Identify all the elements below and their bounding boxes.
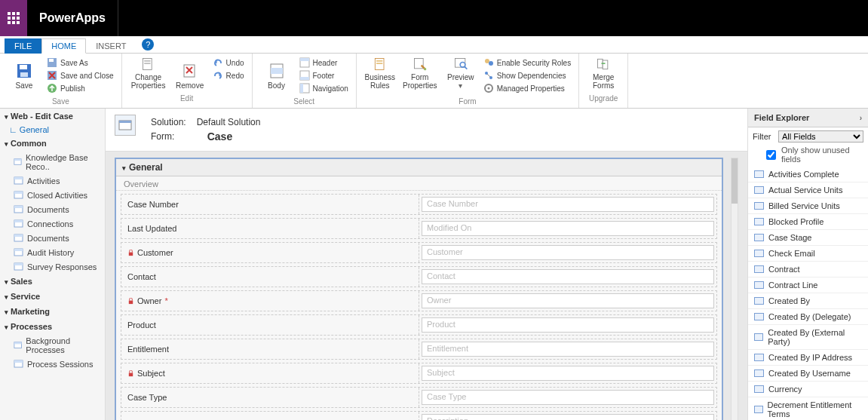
change-props-button[interactable]: Change Properties xyxy=(127,55,170,91)
field-explorer-item[interactable]: Created By (External Party) xyxy=(748,325,868,350)
field-item-label: Check Email xyxy=(768,249,815,258)
properties-icon xyxy=(140,57,158,72)
nav-general-link[interactable]: ∟ General xyxy=(0,124,105,136)
field-label: Owner xyxy=(137,296,161,305)
scrollbar-thumb[interactable] xyxy=(732,158,738,204)
field-label: Product xyxy=(127,320,156,330)
svg-point-23 xyxy=(424,68,426,70)
remove-button[interactable]: Remove xyxy=(170,55,210,91)
field-explorer-item[interactable]: Case Stage xyxy=(748,230,868,246)
form-field-row[interactable]: Case Type Case Type xyxy=(121,387,717,408)
field-explorer-item[interactable]: Decrement Entitlement Terms xyxy=(748,397,868,420)
nav-group-processes[interactable]: Processes xyxy=(0,319,105,334)
help-icon[interactable]: ? xyxy=(142,38,154,51)
field-explorer-item[interactable]: Billed Service Units xyxy=(748,198,868,214)
header-button[interactable]: Header xyxy=(298,57,350,69)
filter-select[interactable]: All Fields xyxy=(778,130,863,143)
security-roles-button[interactable]: Enable Security Roles xyxy=(482,57,572,69)
form-field-row[interactable]: Subject Subject xyxy=(121,363,717,384)
field-icon xyxy=(754,369,764,377)
nav-item[interactable]: Background Processes xyxy=(0,334,105,357)
preview-button[interactable]: Preview ▾ xyxy=(441,55,480,91)
app-launcher-button[interactable] xyxy=(0,0,27,36)
svg-rect-49 xyxy=(14,263,23,265)
tab-home[interactable]: HOME xyxy=(41,38,86,54)
field-explorer-item[interactable]: Actual Service Units xyxy=(748,182,868,198)
form-field-row[interactable]: Entitlement Entitlement xyxy=(121,339,717,360)
tab-file[interactable]: FILE xyxy=(5,38,41,54)
header-icon xyxy=(299,57,310,68)
redo-button[interactable]: Redo xyxy=(211,69,246,81)
save-close-button[interactable]: Save and Close xyxy=(45,69,115,81)
form-field-row[interactable]: Owner *Owner xyxy=(121,290,717,311)
show-deps-button[interactable]: Show Dependencies xyxy=(482,69,572,81)
field-explorer-item[interactable]: Created By (Delegate) xyxy=(748,309,868,325)
publish-button[interactable]: Publish xyxy=(45,82,115,94)
field-label: Entitlement xyxy=(127,345,169,354)
nav-item[interactable]: Documents xyxy=(0,231,105,245)
form-field-row[interactable]: Case Number Case Number xyxy=(121,194,717,215)
field-explorer-item[interactable]: Created By IP Address xyxy=(748,350,868,366)
field-explorer-item[interactable]: Activities Complete xyxy=(748,167,868,182)
form-field-row[interactable]: Contact Contact xyxy=(121,266,717,287)
nav-group-sales[interactable]: Sales xyxy=(0,274,105,289)
nav-group-common[interactable]: Common xyxy=(0,136,105,151)
form-canvas[interactable]: General Overview Case Number Case Number… xyxy=(115,158,723,420)
svg-rect-14 xyxy=(300,58,309,61)
nav-item[interactable]: Survey Responses xyxy=(0,259,105,274)
only-unused-checkbox[interactable] xyxy=(766,150,776,160)
undo-button[interactable]: Undo xyxy=(211,57,246,69)
field-explorer-item[interactable]: Created By xyxy=(748,293,868,309)
form-field-row[interactable]: Customer Customer xyxy=(121,242,717,263)
required-marker: * xyxy=(164,296,167,305)
section-general[interactable]: General xyxy=(116,159,722,176)
nav-group-marketing[interactable]: Marketing xyxy=(0,304,105,319)
nav-item[interactable]: Audit History xyxy=(0,245,105,259)
svg-rect-20 xyxy=(376,60,382,62)
field-icon xyxy=(754,281,764,289)
navigation-button[interactable]: Navigation xyxy=(298,82,350,94)
merge-forms-button[interactable]: Merge Forms xyxy=(584,55,623,91)
nav-group-service[interactable]: Service xyxy=(0,289,105,304)
managed-props-button[interactable]: Managed Properties xyxy=(482,82,572,94)
svg-rect-58 xyxy=(129,372,133,376)
waffle-icon xyxy=(8,12,20,24)
nav-top-group[interactable]: Web - Edit Case xyxy=(0,109,105,124)
chevron-right-icon[interactable]: › xyxy=(860,114,862,122)
nav-item[interactable]: Knowledge Base Reco.. xyxy=(0,151,105,173)
save-as-button[interactable]: Save As xyxy=(45,57,115,69)
redo-icon xyxy=(213,70,223,81)
field-item-label: Contract Line xyxy=(768,281,817,290)
ribbon-group-edit: Edit xyxy=(127,93,247,105)
field-explorer-item[interactable]: Contract Line xyxy=(748,277,868,293)
tab-insert[interactable]: INSERT xyxy=(86,38,136,54)
nav-item[interactable]: Activities xyxy=(0,173,105,188)
save-icon xyxy=(15,62,33,80)
canvas-scrollbar[interactable] xyxy=(731,158,738,420)
field-explorer-item[interactable]: Currency xyxy=(748,382,868,397)
field-placeholder: Modified On xyxy=(422,221,714,236)
form-field-row[interactable]: Last Updated Modified On xyxy=(121,218,717,239)
save-button[interactable]: Save xyxy=(5,55,44,91)
nav-item[interactable]: Process Sessions xyxy=(0,357,105,371)
nav-item[interactable]: Documents xyxy=(0,202,105,216)
nav-item[interactable]: Closed Activities xyxy=(0,188,105,202)
field-explorer-item[interactable]: Check Email xyxy=(748,246,868,262)
field-item-label: Created By (External Party) xyxy=(768,328,862,346)
form-field-row[interactable]: Description Description xyxy=(121,411,717,420)
nav-item-label: Activities xyxy=(27,176,60,185)
form-properties-button[interactable]: Form Properties xyxy=(399,55,441,91)
lock-icon xyxy=(127,298,134,305)
managed-icon xyxy=(483,83,494,94)
navigation-icon xyxy=(299,83,310,94)
field-explorer-item[interactable]: Created By Username xyxy=(748,366,868,382)
body-button[interactable]: Body xyxy=(257,55,296,91)
field-explorer-item[interactable]: Blocked Profile xyxy=(748,214,868,230)
business-rules-button[interactable]: Business Rules xyxy=(361,55,399,91)
field-placeholder: Entitlement xyxy=(422,342,714,357)
nav-item[interactable]: Connections xyxy=(0,216,105,231)
field-explorer-item[interactable]: Contract xyxy=(748,262,868,277)
footer-button[interactable]: Footer xyxy=(298,69,350,81)
form-field-row[interactable]: Product Product xyxy=(121,314,717,336)
field-icon xyxy=(754,234,764,241)
